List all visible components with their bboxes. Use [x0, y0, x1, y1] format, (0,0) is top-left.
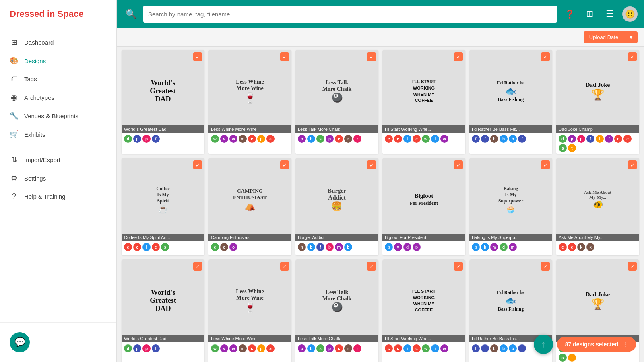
design-check-badge[interactable]: ✓ [628, 262, 637, 271]
chat-button[interactable]: 💬 [10, 332, 30, 352]
tag-dot[interactable]: w [229, 344, 237, 352]
tag-dot[interactable]: p [257, 344, 265, 352]
design-check-badge[interactable]: ✓ [541, 160, 550, 169]
design-check-badge[interactable]: ✓ [454, 52, 463, 61]
tag-dot[interactable]: d [403, 243, 411, 251]
sort-upload-date-button[interactable]: Upload Date [584, 31, 624, 43]
design-card[interactable]: BakingIs MySuperpower🧁✓Baking Is My Supe… [469, 158, 552, 255]
tag-dot[interactable]: c [394, 135, 402, 143]
design-check-badge[interactable]: ✓ [193, 52, 202, 61]
tag-dot[interactable]: f [472, 344, 480, 352]
design-card[interactable]: Dad Joke🏆✓Dad Joke Champdppfifccst [556, 50, 639, 154]
tag-dot[interactable]: f [518, 135, 526, 143]
design-check-badge[interactable]: ✓ [541, 262, 550, 271]
design-check-badge[interactable]: ✓ [541, 52, 550, 61]
design-check-badge[interactable]: ✓ [628, 52, 637, 61]
sidebar-item-archetypes[interactable]: ◉ Archetypes [0, 88, 116, 107]
design-card[interactable]: Less WhineMore Wine🍷✓Less Whine More Win… [208, 50, 291, 154]
tag-dot[interactable]: f [316, 243, 324, 251]
tag-dot[interactable]: b [509, 344, 517, 352]
search-input[interactable] [148, 11, 552, 18]
tag-dot[interactable]: c [152, 243, 160, 251]
tag-dot[interactable]: p [326, 344, 334, 352]
design-check-badge[interactable]: ✓ [454, 160, 463, 169]
tag-dot[interactable]: b [344, 243, 352, 251]
tag-dot[interactable]: t [568, 354, 576, 362]
tag-dot[interactable]: b [490, 344, 498, 352]
sidebar-item-help[interactable]: ? Help & Training [0, 187, 116, 206]
tag-dot[interactable]: p [133, 135, 141, 143]
tag-dot[interactable]: f [152, 135, 160, 143]
tag-dot[interactable]: p [142, 135, 151, 143]
design-check-badge[interactable]: ✓ [280, 52, 289, 61]
tag-dot[interactable]: b [509, 135, 517, 143]
tag-dot[interactable]: r [353, 135, 361, 143]
sort-direction-button[interactable]: ▼ [624, 31, 638, 43]
design-card[interactable]: World'sGreatestDAD✓World s Greatest Dadd… [122, 259, 204, 362]
tag-dot[interactable]: v [220, 344, 228, 352]
tag-dot[interactable]: w [211, 344, 219, 352]
design-check-badge[interactable]: ✓ [628, 160, 637, 169]
tag-dot[interactable]: i [431, 135, 439, 143]
sidebar-item-tags[interactable]: 🏷 Tags [0, 70, 116, 88]
design-card[interactable]: Less TalkMore Chalk🎱✓Less Talk More Chal… [295, 259, 378, 362]
tag-dot[interactable]: c [559, 243, 567, 251]
design-card[interactable]: World'sGreatestDAD✓World s Greatest Dadd… [122, 50, 204, 154]
design-card[interactable]: Ask Me AboutMy My...🐠✓Ask Me About My My… [556, 158, 639, 255]
tag-dot[interactable]: b [500, 344, 508, 352]
tag-dot[interactable]: m [239, 344, 247, 352]
tag-dot[interactable]: s [559, 144, 567, 152]
design-check-badge[interactable]: ✓ [280, 160, 289, 169]
tag-dot[interactable]: c [248, 135, 256, 143]
tag-dot[interactable]: c [394, 344, 402, 352]
sidebar-item-settings[interactable]: ⚙ Settings [0, 169, 116, 187]
design-check-badge[interactable]: ✓ [193, 160, 202, 169]
tag-dot[interactable]: s [316, 135, 324, 143]
tag-dot[interactable]: d [500, 243, 508, 251]
tag-dot[interactable]: b [307, 344, 315, 352]
list-view-icon[interactable]: ☰ [602, 6, 617, 22]
more-icon[interactable]: ⋮ [622, 341, 628, 348]
design-card[interactable]: Less WhineMore Wine🍷✓Less Whine More Win… [208, 259, 291, 362]
tag-dot[interactable]: r [353, 344, 361, 352]
tag-dot[interactable]: b [490, 135, 498, 143]
tag-dot[interactable]: c [568, 243, 576, 251]
tag-dot[interactable]: c [614, 135, 622, 143]
tag-dot[interactable]: c [413, 344, 421, 352]
tag-dot[interactable]: p [413, 243, 421, 251]
sidebar-item-exhibits[interactable]: 🛒 Exhibits [0, 125, 116, 144]
tag-dot[interactable]: f [472, 135, 480, 143]
tag-dot[interactable]: k [577, 243, 585, 251]
tag-dot[interactable]: i [431, 344, 439, 352]
tag-dot[interactable]: c [385, 344, 393, 352]
tag-dot[interactable]: v [394, 243, 402, 251]
search-icon[interactable]: 🔍 [123, 6, 138, 22]
tag-dot[interactable]: d [559, 135, 567, 143]
tag-dot[interactable]: p [133, 344, 141, 352]
tag-dot[interactable]: c [335, 344, 343, 352]
tag-dot[interactable]: b [481, 243, 489, 251]
design-card[interactable]: CAMPINGENTHUSIAST⛺✓Camping Enthusiastcoo [208, 158, 291, 255]
tag-dot[interactable]: p [298, 344, 306, 352]
tag-dot[interactable]: i [596, 135, 604, 143]
tag-dot[interactable]: o [229, 243, 237, 251]
tag-dot[interactable]: f [152, 344, 160, 352]
tag-dot[interactable]: c [124, 243, 132, 251]
tag-dot[interactable]: s [161, 243, 169, 251]
sidebar-item-designs[interactable]: 🎨 Designs [0, 51, 116, 70]
design-card[interactable]: CoffeeIs MySpirit☕✓Coffee Is My Spirit A… [122, 158, 204, 255]
tag-dot[interactable]: c [385, 135, 393, 143]
tag-dot[interactable]: i [142, 243, 151, 251]
tag-dot[interactable]: o [220, 243, 228, 251]
design-card[interactable]: BigfootFor President✓Bigfoot For Preside… [382, 158, 465, 255]
design-check-badge[interactable]: ✓ [280, 262, 289, 271]
tag-dot[interactable]: c [413, 135, 421, 143]
tag-dot[interactable]: v [220, 135, 228, 143]
design-card[interactable]: I'LL STARTWORKINGWHEN MYCOFFEE✓I ll Star… [382, 50, 465, 154]
tag-dot[interactable]: a [266, 135, 275, 143]
tag-dot[interactable]: i [403, 344, 411, 352]
tag-dot[interactable]: b [385, 243, 393, 251]
tag-dot[interactable]: m [335, 243, 343, 251]
sidebar-item-importexport[interactable]: ⇅ Import/Export [0, 150, 116, 169]
tag-dot[interactable]: f [605, 135, 613, 143]
